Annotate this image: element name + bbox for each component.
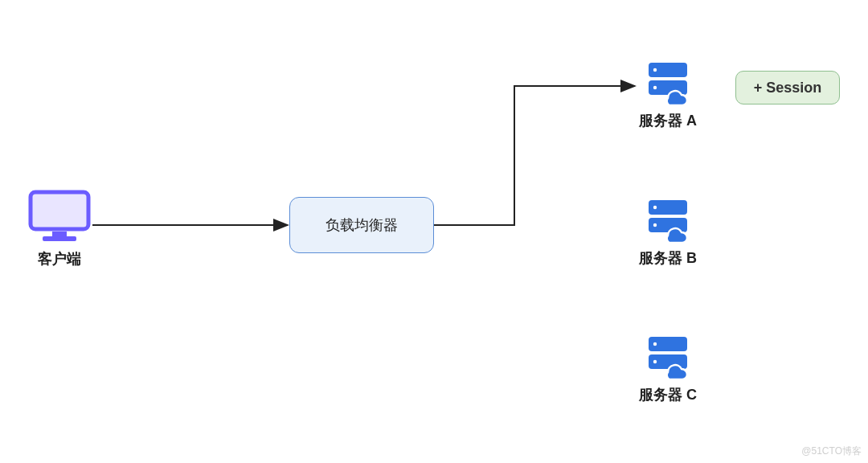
client-label: 客户端 — [38, 249, 81, 268]
svg-point-11 — [653, 223, 657, 227]
server-b-node: 服务器 B — [639, 197, 697, 268]
svg-rect-3 — [43, 236, 76, 241]
server-a-label: 服务器 A — [639, 111, 697, 130]
watermark: @51CTO博客 — [801, 445, 862, 458]
svg-rect-1 — [31, 192, 88, 229]
svg-point-15 — [653, 360, 657, 363]
server-c-node: 服务器 C — [639, 334, 697, 404]
server-b-label: 服务器 B — [639, 248, 697, 268]
server-a-node: 服务器 A — [639, 59, 697, 130]
server-c-label: 服务器 C — [639, 385, 697, 404]
client-node: 客户端 — [28, 190, 91, 268]
arrow-lb-to-server-a — [434, 86, 635, 225]
monitor-icon — [28, 190, 91, 243]
server-cloud-icon — [644, 334, 692, 379]
svg-point-13 — [653, 342, 657, 346]
svg-point-9 — [653, 206, 657, 209]
svg-point-7 — [653, 86, 657, 89]
server-cloud-icon — [644, 59, 692, 104]
session-badge-label: + Session — [754, 80, 822, 96]
connectors — [0, 0, 868, 463]
server-cloud-icon — [644, 197, 692, 242]
svg-point-5 — [653, 68, 657, 72]
session-badge: + Session — [735, 71, 840, 104]
svg-rect-2 — [52, 232, 67, 236]
load-balancer-box: 负载均衡器 — [289, 197, 434, 253]
load-balancer-label: 负载均衡器 — [326, 215, 398, 235]
